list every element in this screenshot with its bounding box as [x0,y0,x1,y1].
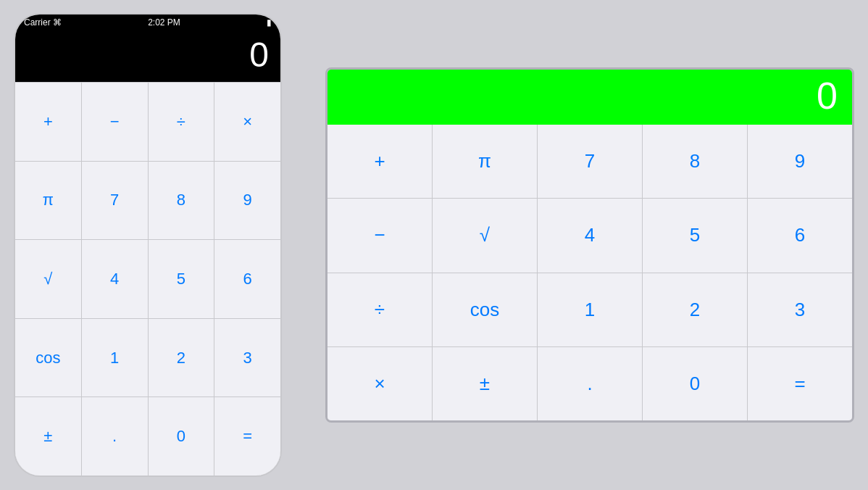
phone-btn-2[interactable]: 2 [149,319,214,397]
battery-icon: ▮ [267,17,272,28]
tablet-btn-4[interactable]: 4 [538,199,642,272]
carrier-label: Carrier ⌘ [24,17,62,28]
phone-btn-times[interactable]: × [214,83,280,161]
tablet-btn-pi[interactable]: π [433,125,537,198]
tablet-btn-3[interactable]: 3 [748,273,852,346]
tablet-btn-1[interactable]: 1 [538,273,642,346]
tablet-btn-times[interactable]: × [327,347,432,420]
tablet-btn-dot[interactable]: . [538,347,642,420]
tablet-keypad: +π789−√456÷cos123×±.0= [327,125,852,420]
tablet-btn-minus[interactable]: − [327,199,432,272]
phone-btn-6[interactable]: 6 [214,240,280,318]
tablet-btn-6[interactable]: 6 [748,199,852,272]
tablet-btn-7[interactable]: 7 [538,125,642,198]
phone-btn-minus[interactable]: − [82,83,148,161]
phone-btn-1[interactable]: 1 [82,319,148,397]
phone-btn-9[interactable]: 9 [214,162,280,240]
phone-btn-plusminus[interactable]: ± [15,397,81,476]
phone-btn-pi[interactable]: π [15,162,81,240]
phone-keypad: +−÷×π789√456cos123±.0= [15,82,280,476]
phone-display: 0 [15,30,280,82]
tablet-btn-2[interactable]: 2 [643,273,747,346]
phone-display-value: 0 [249,36,269,74]
phone-btn-4[interactable]: 4 [82,240,148,318]
tablet-btn-9[interactable]: 9 [748,125,852,198]
phone-btn-0[interactable]: 0 [149,397,214,476]
tablet-device: 0 +π789−√456÷cos123×±.0= [325,67,854,423]
phone-btn-5[interactable]: 5 [149,240,214,318]
phone-btn-7[interactable]: 7 [82,162,148,240]
tablet-btn-0[interactable]: 0 [643,347,747,420]
phone-btn-dot[interactable]: . [82,397,148,476]
phone-btn-equals[interactable]: = [214,397,280,476]
tablet-btn-equals[interactable]: = [748,347,852,420]
phone-btn-8[interactable]: 8 [149,162,214,240]
phone-status-bar: Carrier ⌘ 2:02 PM ▮ [15,14,280,30]
tablet-btn-5[interactable]: 5 [643,199,747,272]
tablet-btn-divide[interactable]: ÷ [327,273,432,346]
phone-btn-sqrt[interactable]: √ [15,240,81,318]
tablet-btn-cos[interactable]: cos [433,273,537,346]
phone-device: Carrier ⌘ 2:02 PM ▮ 0 +−÷×π789√456cos123… [14,13,282,477]
tablet-btn-sqrt[interactable]: √ [433,199,537,272]
tablet-btn-plusminus[interactable]: ± [433,347,537,420]
tablet-display-value: 0 [817,75,838,117]
phone-btn-plus[interactable]: + [15,83,81,161]
phone-btn-3[interactable]: 3 [214,319,280,397]
tablet-btn-plus[interactable]: + [327,125,432,198]
phone-btn-cos[interactable]: cos [15,319,81,397]
phone-btn-divide[interactable]: ÷ [149,83,214,161]
tablet-btn-8[interactable]: 8 [643,125,747,198]
time-label: 2:02 PM [148,17,180,28]
tablet-display: 0 [327,70,852,125]
